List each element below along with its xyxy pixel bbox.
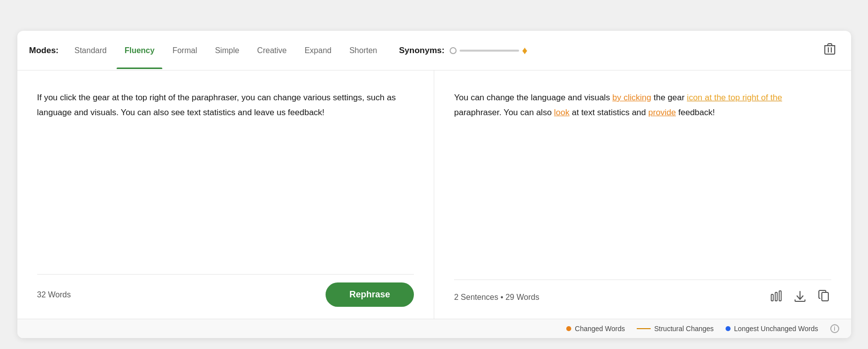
download-icon[interactable] xyxy=(793,288,807,307)
input-text[interactable]: If you click the gear at the top right o… xyxy=(37,90,414,266)
changed-words-label: Changed Words xyxy=(575,325,625,333)
toolbar: Modes: Standard Fluency Formal Simple Cr… xyxy=(17,31,851,70)
stats-icon[interactable] xyxy=(769,288,784,306)
right-bottom-bar: 2 Sentences • 29 Words xyxy=(454,279,831,307)
mode-fluency[interactable]: Fluency xyxy=(117,43,162,58)
main-card: Modes: Standard Fluency Formal Simple Cr… xyxy=(17,31,851,338)
legend-changed-words: Changed Words xyxy=(566,325,625,333)
svg-rect-1 xyxy=(771,294,773,301)
mode-standard[interactable]: Standard xyxy=(67,43,115,58)
trash-button[interactable] xyxy=(820,39,839,62)
copy-icon[interactable] xyxy=(816,288,831,307)
svg-rect-0 xyxy=(825,46,835,54)
rephrase-button[interactable]: Rephrase xyxy=(326,282,414,307)
app-container: Modes: Standard Fluency Formal Simple Cr… xyxy=(10,10,858,349)
changed-phrase-3: provide xyxy=(648,108,676,117)
mode-simple[interactable]: Simple xyxy=(207,43,247,58)
structural-label: Structural Changes xyxy=(654,325,714,333)
left-bottom-bar: 32 Words Rephrase xyxy=(37,274,414,307)
info-icon[interactable]: i xyxy=(830,324,839,333)
changed-phrase-1: by clicking xyxy=(612,93,651,102)
legend-longest-unchanged: Longest Unchanged Words xyxy=(726,325,818,333)
structural-phrase-1: icon at the top right of the xyxy=(687,93,782,102)
changed-phrase-2: look xyxy=(554,108,569,117)
left-panel: If you click the gear at the top right o… xyxy=(17,70,435,319)
mode-shorten[interactable]: Shorten xyxy=(341,43,385,58)
modes-label: Modes: xyxy=(29,46,59,56)
synonyms-label: Synonyms: xyxy=(399,46,445,56)
mode-formal[interactable]: Formal xyxy=(164,43,205,58)
legend-structural: Structural Changes xyxy=(637,325,714,333)
right-panel: You can change the language and visuals … xyxy=(434,70,851,319)
longest-unchanged-label: Longest Unchanged Words xyxy=(734,325,818,333)
svg-rect-4 xyxy=(822,292,828,301)
structural-line xyxy=(637,328,651,329)
action-icons xyxy=(769,288,831,307)
synonyms-section: Synonyms: ♦ xyxy=(399,44,528,57)
diamond-icon: ♦ xyxy=(522,44,528,57)
svg-rect-2 xyxy=(775,292,777,301)
svg-rect-3 xyxy=(779,291,781,301)
slider-circle xyxy=(450,47,457,54)
longest-unchanged-dot xyxy=(726,326,731,331)
output-stats: 2 Sentences • 29 Words xyxy=(454,293,539,302)
synonyms-slider[interactable]: ♦ xyxy=(450,44,528,57)
output-text: You can change the language and visuals … xyxy=(454,90,831,272)
word-count: 32 Words xyxy=(37,290,71,299)
mode-expand[interactable]: Expand xyxy=(297,43,339,58)
mode-creative[interactable]: Creative xyxy=(249,43,295,58)
footer-legend: Changed Words Structural Changes Longest… xyxy=(17,319,851,338)
content-area: If you click the gear at the top right o… xyxy=(17,70,851,319)
changed-words-dot xyxy=(566,326,571,331)
slider-track xyxy=(460,50,519,52)
